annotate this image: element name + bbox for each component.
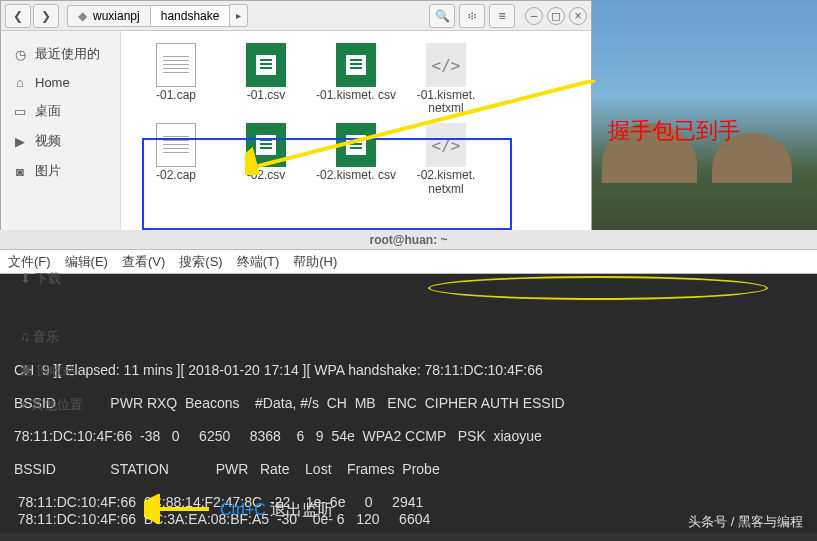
menu-button[interactable]: ≡ [489,4,515,28]
file-01-cap[interactable]: -01.cap [131,41,221,117]
annotation-ellipse [428,276,768,300]
sidebar-pictures[interactable]: ◙图片 [1,156,120,186]
sidebar: ◷最近使用的 ⌂Home ▭桌面 ▶视频 ◙图片 [1,31,121,241]
annotation-hint: Ctrl+C 退出监听 [220,500,334,521]
menu-view[interactable]: 查看(V) [122,253,165,271]
back-button[interactable]: ❮ [5,4,31,28]
maximize-button[interactable]: ◻ [547,7,565,25]
close-button[interactable]: × [569,7,587,25]
forward-button[interactable]: ❯ [33,4,59,28]
term-header-ap: BSSID PWR RXQ Beacons #Data, #/s CH MB E… [10,395,565,411]
file-01-csv[interactable]: -01.csv [221,41,311,117]
home-icon: ⌂ [13,75,27,90]
csv-file-icon [336,123,376,167]
file-01-kismet-csv[interactable]: -01.kismet. csv [311,41,401,117]
file-grid: -01.cap -01.csv -01.kismet. csv </>-01.k… [121,31,591,241]
file-02-cap[interactable]: -02.cap [131,121,221,197]
search-button[interactable]: 🔍 [429,4,455,28]
xml-file-icon: </> [426,123,466,167]
file-02-kismet-csv[interactable]: -02.kismet. csv [311,121,401,197]
terminal-menu: 文件(F) 编辑(E) 查看(V) 搜索(S) 终端(T) 帮助(H) [0,250,817,274]
desktop-icon: ▭ [13,104,27,119]
sidebar-home[interactable]: ⌂Home [1,69,120,96]
picture-icon: ◙ [13,164,27,179]
csv-file-icon [246,43,286,87]
xml-file-icon: </> [426,43,466,87]
watermark: 头条号 / 黑客与编程 [688,513,803,531]
breadcrumb-item-2[interactable]: handshake [150,5,231,27]
term-header-sta: BSSID STATION PWR Rate Lost Frames Probe [10,461,440,477]
menu-file[interactable]: 文件(F) [8,253,51,271]
text-file-icon [156,43,196,87]
minimize-button[interactable]: – [525,7,543,25]
terminal-window: root@huan: ~ 文件(F) 编辑(E) 查看(V) 搜索(S) 终端(… [0,230,817,533]
menu-edit[interactable]: 编辑(E) [65,253,108,271]
file-01-kismet-netxml[interactable]: </>-01.kismet. netxml [401,41,491,117]
term-row-sta-1: 78:11:DC:10:4F:66 6C:88:14:F2:47:8C -22 … [10,494,423,510]
menu-search[interactable]: 搜索(S) [179,253,222,271]
sidebar-videos[interactable]: ▶视频 [1,126,120,156]
annotation-text-red: 握手包已到手 [608,116,740,146]
file-manager-window: ❮ ❯ ◆wuxianpj handshake ▸ 🔍 ፨ ≡ – ◻ × ◷最… [0,0,592,241]
breadcrumb: ◆wuxianpj handshake ▸ [67,4,427,27]
file-02-csv[interactable]: -02.csv [221,121,311,197]
term-line-status: CH 9 ][ Elapsed: 11 mins ][ 2018-01-20 1… [10,362,543,378]
clock-icon: ◷ [13,47,27,62]
term-row-ap: 78:11:DC:10:4F:66 -38 0 6250 8368 6 9 54… [10,428,542,444]
text-file-icon [156,123,196,167]
terminal-content[interactable]: ⬇ 下载 ♫ 音乐 ▣ 回收站 + 其他位置 CH 9 ][ Elapsed: … [0,274,817,541]
view-icons-button[interactable]: ፨ [459,4,485,28]
video-icon: ▶ [13,134,27,149]
csv-file-icon [336,43,376,87]
sidebar-recent[interactable]: ◷最近使用的 [1,39,120,69]
file-02-kismet-netxml[interactable]: </>-02.kismet. netxml [401,121,491,197]
toolbar: ❮ ❯ ◆wuxianpj handshake ▸ 🔍 ፨ ≡ – ◻ × [1,1,591,31]
sidebar-desktop[interactable]: ▭桌面 [1,96,120,126]
menu-terminal[interactable]: 终端(T) [237,253,280,271]
menu-help[interactable]: 帮助(H) [293,253,337,271]
terminal-title: root@huan: ~ [0,230,817,250]
csv-file-icon [246,123,286,167]
breadcrumb-next-arrow[interactable]: ▸ [230,4,248,27]
breadcrumb-item-1[interactable]: ◆wuxianpj [67,5,150,27]
